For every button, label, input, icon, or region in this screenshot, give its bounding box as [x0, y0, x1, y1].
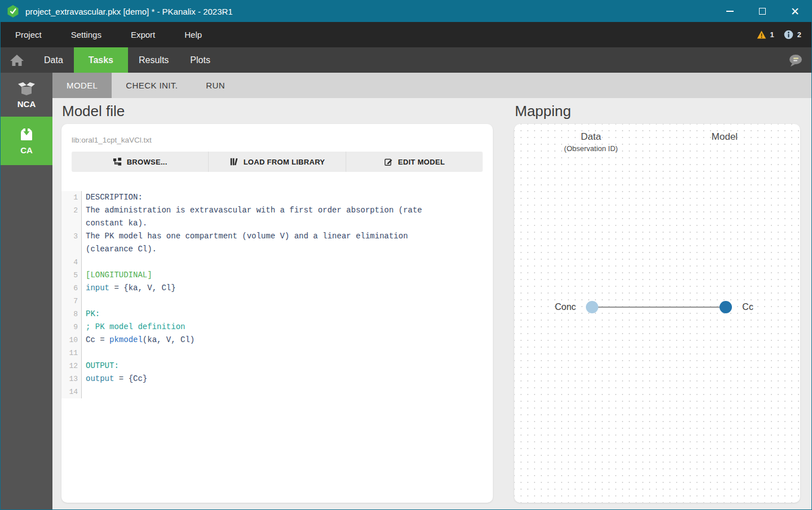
subtab-model-label: MODEL [67, 81, 98, 90]
load-from-library-button-label: LOAD FROM LIBRARY [244, 158, 325, 166]
info-count: 2 [797, 30, 801, 39]
model-file-title: Model file [62, 103, 493, 120]
minimize-button[interactable] [713, 1, 746, 22]
sidebar-item-nca-label: NCA [17, 99, 36, 109]
tab-data-label: Data [44, 55, 63, 65]
chat-bubble-icon [788, 54, 804, 67]
close-button[interactable]: ✕ [779, 1, 811, 22]
subtab-run-label: RUN [206, 81, 225, 90]
main-area: Model file lib:oral1_1cpt_kaVCl.txt BROW… [52, 98, 811, 509]
menu-project[interactable]: Project [4, 30, 53, 39]
code-line[interactable]: 6input = {ka, V, Cl} [61, 282, 493, 295]
nca-box-icon [17, 79, 36, 96]
home-button[interactable] [1, 47, 33, 73]
mapping-data-header: Data (Observation ID) [564, 131, 617, 153]
window-controls: ✕ [713, 1, 811, 22]
code-line-text [82, 385, 90, 398]
mapping-data-subheader: (Observation ID) [564, 144, 617, 153]
code-line[interactable]: 14 [61, 385, 493, 398]
mapping-target-node[interactable] [720, 301, 732, 313]
subtab-check-init[interactable]: CHECK INIT. [112, 73, 192, 98]
code-line-text: DESCRIPTION: [82, 191, 143, 204]
mapping-model-header: Model [712, 131, 738, 143]
tab-data[interactable]: Data [33, 47, 74, 73]
line-number: 13 [61, 372, 82, 385]
menu-help[interactable]: Help [173, 30, 213, 39]
line-number: 10 [61, 334, 82, 347]
code-line[interactable]: 10Cc = pkmodel(ka, V, Cl) [61, 334, 493, 347]
line-number: 12 [61, 360, 82, 372]
sidebar: NCA CA [1, 73, 52, 509]
close-icon: ✕ [791, 6, 800, 17]
code-line[interactable]: 4 [61, 256, 493, 269]
maximize-button[interactable] [746, 1, 779, 22]
code-line-text: input = {ka, V, Cl} [82, 282, 176, 295]
content-column: MODEL CHECK INIT. RUN Model file lib:ora… [52, 73, 811, 509]
browse-button[interactable]: BROWSE... [72, 152, 208, 172]
browse-button-label: BROWSE... [127, 158, 167, 166]
edit-model-button-label: EDIT MODEL [398, 158, 445, 166]
code-line[interactable]: 1DESCRIPTION: [61, 191, 493, 204]
notification-area: 1 2 [757, 30, 801, 39]
tab-results[interactable]: Results [128, 47, 179, 73]
code-line-text [82, 347, 90, 360]
code-line-text: OUTPUT: [82, 360, 119, 372]
window-title: project_extravascular.pkx [demo] * - PKa… [25, 7, 233, 16]
code-line[interactable]: 9; PK model definition [61, 321, 493, 334]
code-line[interactable]: 2The administration is extravascular wit… [61, 204, 493, 230]
code-line[interactable]: 5[LONGITUDINAL] [61, 269, 493, 282]
subtab-model[interactable]: MODEL [52, 73, 112, 98]
model-file-section: Model file lib:oral1_1cpt_kaVCl.txt BROW… [61, 98, 493, 509]
pencil-square-icon [384, 157, 393, 166]
subtab-run[interactable]: RUN [192, 73, 239, 98]
mapping-data-header-label: Data [564, 131, 617, 143]
warning-icon[interactable] [757, 30, 766, 39]
mapping-section: Mapping Data (Observation ID) Model Conc [514, 98, 800, 509]
code-line[interactable]: 11 [61, 347, 493, 360]
load-from-library-button[interactable]: LOAD FROM LIBRARY [208, 152, 345, 172]
code-line[interactable]: 3The PK model has one compartment (volum… [61, 230, 493, 256]
line-number: 11 [61, 347, 82, 360]
line-number: 14 [61, 385, 82, 398]
info-icon[interactable] [784, 30, 793, 39]
mapping-target-label: Cc [742, 302, 753, 312]
menu-settings[interactable]: Settings [60, 30, 113, 39]
tab-tasks-label: Tasks [89, 55, 113, 65]
mapping-source-node[interactable] [586, 301, 598, 313]
maximize-icon [759, 8, 766, 15]
tab-plots[interactable]: Plots [179, 47, 221, 73]
model-code-editor[interactable]: 1DESCRIPTION:2The administration is extr… [61, 191, 493, 398]
feedback-button[interactable] [780, 47, 811, 73]
code-line-text: Cc = pkmodel(ka, V, Cl) [82, 334, 195, 347]
tab-tasks[interactable]: Tasks [74, 47, 128, 73]
menu-export[interactable]: Export [120, 30, 166, 39]
line-number: 2 [61, 204, 82, 230]
code-line[interactable]: 12OUTPUT: [61, 360, 493, 372]
subtab-check-init-label: CHECK INIT. [126, 81, 178, 90]
books-icon [230, 157, 239, 166]
code-line[interactable]: 8PK: [61, 308, 493, 321]
mapping-row: Conc Cc [555, 301, 753, 313]
line-number: 7 [61, 295, 82, 308]
mapping-title: Mapping [515, 103, 800, 120]
tab-results-label: Results [139, 55, 169, 65]
sidebar-item-ca[interactable]: CA [1, 117, 52, 165]
mapping-connector-line [598, 307, 720, 308]
sidebar-item-ca-label: CA [20, 145, 33, 155]
mapping-model-header-label: Model [712, 131, 738, 143]
model-button-row: BROWSE... LOAD FROM LIBRARY EDIT MODEL [72, 152, 483, 172]
ca-box-icon [17, 126, 36, 143]
task-subtab-bar: MODEL CHECK INIT. RUN [52, 73, 811, 98]
code-line-text: output = {Cc} [82, 372, 147, 385]
menu-bar: Project Settings Export Help 1 2 [1, 22, 811, 47]
line-number: 8 [61, 308, 82, 321]
model-file-card: lib:oral1_1cpt_kaVCl.txt BROWSE... LOAD … [61, 124, 493, 503]
code-line[interactable]: 13output = {Cc} [61, 372, 493, 385]
code-line-text: ; PK model definition [82, 321, 185, 334]
code-line-text: The PK model has one compartment (volume… [82, 230, 456, 256]
minimize-icon [726, 11, 734, 12]
line-number: 3 [61, 230, 82, 256]
sidebar-item-nca[interactable]: NCA [1, 73, 52, 117]
code-line[interactable]: 7 [61, 295, 493, 308]
edit-model-button[interactable]: EDIT MODEL [346, 152, 483, 172]
